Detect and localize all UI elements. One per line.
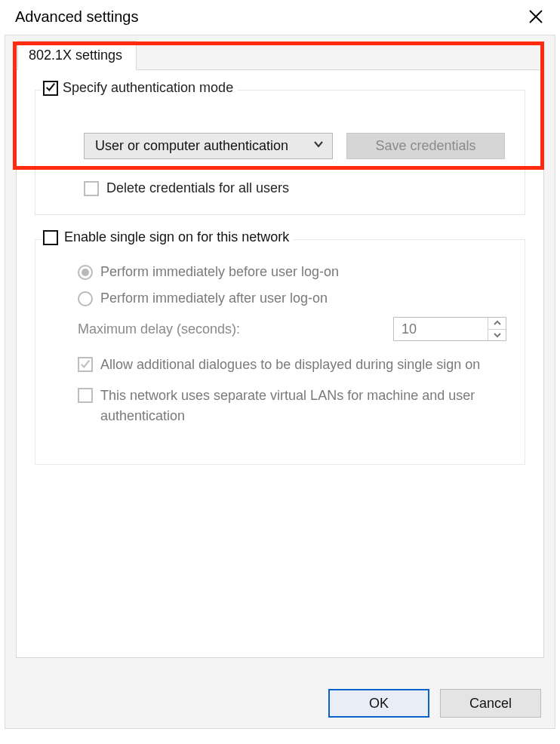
delete-credentials-label: Delete credentials for all users bbox=[106, 180, 289, 196]
chevron-down-icon bbox=[312, 138, 325, 154]
max-delay-value: 10 bbox=[394, 318, 488, 340]
chevron-down-icon bbox=[494, 332, 501, 338]
delete-credentials-row: Delete credentials for all users bbox=[84, 180, 506, 196]
dialog-footer: OK Cancel bbox=[328, 689, 541, 718]
tab-page-8021x: Specify authentication mode User or comp… bbox=[16, 69, 544, 658]
ok-button[interactable]: OK bbox=[328, 689, 429, 718]
specify-auth-mode-label: Specify authentication mode bbox=[63, 80, 233, 96]
allow-dialogues-checkbox bbox=[78, 357, 93, 372]
radio-before-logon bbox=[78, 265, 93, 280]
enable-sso-checkbox[interactable] bbox=[43, 230, 58, 245]
allow-dialogues-label: Allow additional dialogues to be display… bbox=[100, 355, 480, 375]
specify-auth-mode-legend: Specify authentication mode bbox=[42, 80, 238, 96]
chevron-up-icon bbox=[494, 320, 501, 326]
specify-auth-mode-checkbox[interactable] bbox=[43, 81, 58, 96]
separate-vlan-label: This network uses separate virtual LANs … bbox=[100, 386, 506, 426]
enable-sso-legend: Enable single sign on for this network bbox=[42, 229, 294, 245]
dialog-client-area: 802.1X settings Specify authentication m… bbox=[5, 35, 555, 729]
spinner-arrows bbox=[488, 318, 506, 340]
max-delay-spinner: 10 bbox=[393, 317, 506, 341]
spinner-down bbox=[488, 330, 506, 341]
auth-mode-row: User or computer authentication Save cre… bbox=[84, 133, 506, 159]
group-specify-auth-mode: Specify authentication mode User or comp… bbox=[35, 90, 525, 215]
close-icon bbox=[528, 9, 543, 24]
delete-credentials-checkbox[interactable] bbox=[84, 181, 99, 196]
max-delay-row: Maximum delay (seconds): 10 bbox=[78, 317, 506, 341]
group-single-sign-on: Enable single sign on for this network P… bbox=[35, 239, 525, 465]
radio-after-logon-row: Perform immediately after user log-on bbox=[78, 291, 506, 306]
radio-before-logon-label: Perform immediately before user log-on bbox=[100, 264, 339, 280]
radio-after-logon bbox=[78, 291, 93, 306]
max-delay-label: Maximum delay (seconds): bbox=[78, 321, 240, 337]
auth-mode-dropdown[interactable]: User or computer authentication bbox=[84, 133, 333, 159]
close-button[interactable] bbox=[525, 6, 546, 27]
window-title: Advanced settings bbox=[15, 8, 138, 26]
save-credentials-button: Save credentials bbox=[346, 133, 505, 159]
radio-before-logon-row: Perform immediately before user log-on bbox=[78, 264, 506, 280]
separate-vlan-checkbox bbox=[78, 388, 93, 403]
tab-8021x-settings[interactable]: 802.1X settings bbox=[17, 41, 137, 70]
spinner-up bbox=[488, 318, 506, 330]
allow-dialogues-row: Allow additional dialogues to be display… bbox=[78, 355, 506, 375]
radio-after-logon-label: Perform immediately after user log-on bbox=[100, 291, 328, 306]
titlebar: Advanced settings bbox=[0, 0, 560, 35]
separate-vlan-row: This network uses separate virtual LANs … bbox=[78, 386, 506, 426]
tab-strip: 802.1X settings bbox=[17, 40, 555, 69]
auth-mode-selected-value: User or computer authentication bbox=[95, 138, 288, 154]
cancel-button[interactable]: Cancel bbox=[440, 689, 541, 718]
enable-sso-label: Enable single sign on for this network bbox=[64, 229, 289, 245]
